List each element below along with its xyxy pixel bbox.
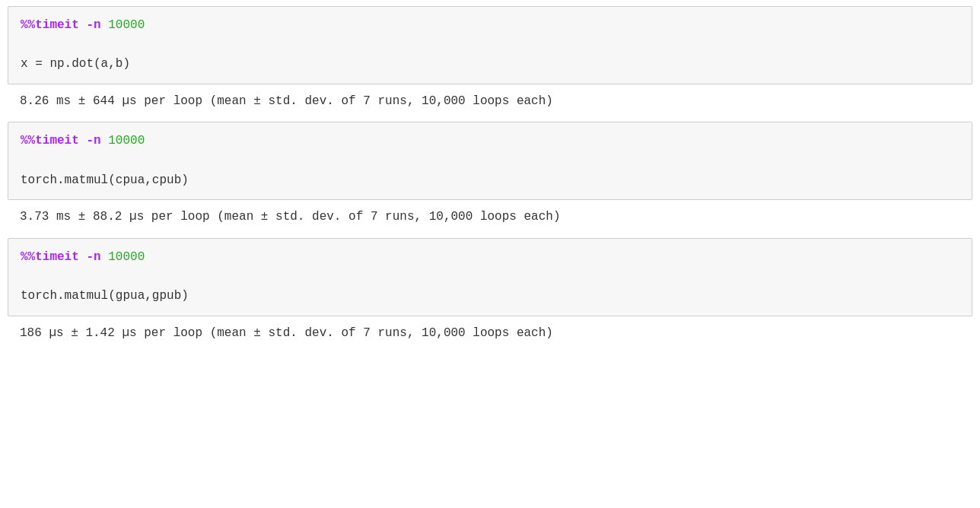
- cell-block-3: %%timeit -n 10000torch.matmul(gpua,gpub)…: [8, 238, 972, 351]
- code-text: torch.matmul(gpua,gpub): [21, 289, 189, 303]
- code-blank-line: [21, 267, 959, 287]
- magic-keyword: %%timeit: [21, 134, 79, 148]
- number-value: 10000: [108, 134, 145, 148]
- notebook-container: %%timeit -n 10000x = np.dot(a,b)8.26 ms …: [0, 6, 980, 351]
- output-line-2: 3.73 ms ± 88.2 µs per loop (mean ± std. …: [8, 200, 972, 235]
- code-line-2-3: torch.matmul(cpua,cpub): [21, 171, 959, 191]
- code-cell-3[interactable]: %%timeit -n 10000torch.matmul(gpua,gpub): [8, 238, 972, 316]
- code-blank-line: [21, 151, 959, 171]
- code-line-3-3: torch.matmul(gpua,gpub): [21, 287, 959, 306]
- output-line-1: 8.26 ms ± 644 µs per loop (mean ± std. d…: [8, 84, 972, 119]
- number-value: 10000: [108, 250, 145, 264]
- code-line-3-1: %%timeit -n 10000: [21, 248, 959, 268]
- flag-keyword: -n: [86, 134, 100, 148]
- code-text: [101, 134, 109, 148]
- code-line-1-1: %%timeit -n 10000: [21, 16, 959, 36]
- code-text: torch.matmul(cpua,cpub): [21, 173, 189, 187]
- number-value: 10000: [108, 18, 145, 32]
- code-text: [79, 134, 87, 148]
- code-text: [79, 18, 87, 32]
- flag-keyword: -n: [86, 250, 100, 264]
- output-line-3: 186 µs ± 1.42 µs per loop (mean ± std. d…: [8, 316, 972, 351]
- code-line-2-1: %%timeit -n 10000: [21, 132, 959, 151]
- flag-keyword: -n: [86, 18, 100, 32]
- cell-block-2: %%timeit -n 10000torch.matmul(cpua,cpub)…: [8, 122, 972, 234]
- code-line-1-3: x = np.dot(a,b): [21, 55, 959, 75]
- code-cell-2[interactable]: %%timeit -n 10000torch.matmul(cpua,cpub): [8, 122, 972, 200]
- magic-keyword: %%timeit: [21, 18, 79, 32]
- magic-keyword: %%timeit: [21, 250, 79, 264]
- code-text: [101, 18, 109, 32]
- code-text: x = np.dot(a,b): [21, 57, 130, 71]
- code-text: [79, 250, 87, 264]
- code-cell-1[interactable]: %%timeit -n 10000x = np.dot(a,b): [8, 6, 972, 84]
- code-blank-line: [21, 36, 959, 56]
- cell-block-1: %%timeit -n 10000x = np.dot(a,b)8.26 ms …: [8, 6, 972, 119]
- code-text: [101, 250, 109, 264]
